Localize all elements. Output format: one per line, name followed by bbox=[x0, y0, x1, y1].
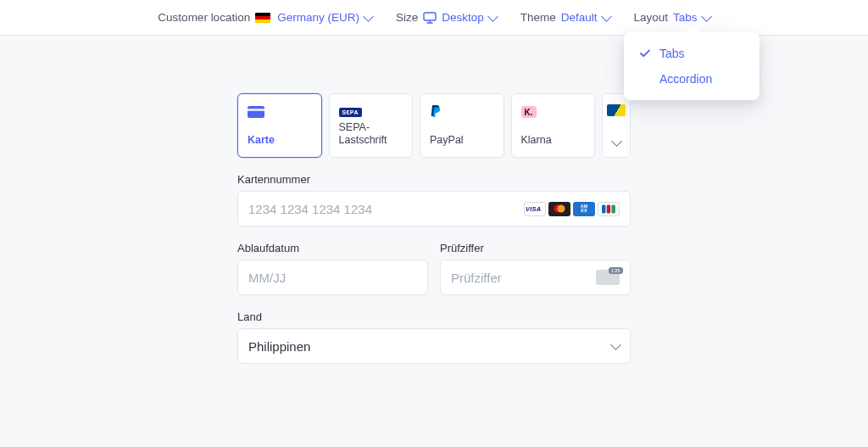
theme-value: Default bbox=[561, 11, 598, 24]
country-value: Philippinen bbox=[248, 339, 612, 354]
svg-rect-7 bbox=[607, 204, 611, 213]
cvc-placeholder: Prüfziffer bbox=[451, 271, 596, 285]
payment-method-tabs: Karte S€PA SEPA-Lastschrift PayPal K. bbox=[237, 93, 631, 158]
chevron-down-icon bbox=[363, 11, 374, 22]
svg-rect-1 bbox=[248, 106, 264, 118]
payment-tab-paypal[interactable]: PayPal bbox=[420, 93, 504, 158]
check-icon bbox=[639, 49, 651, 58]
sepa-icon: S€PA bbox=[339, 104, 403, 120]
germany-flag-icon bbox=[255, 13, 270, 23]
amex-icon: AM EX bbox=[573, 202, 595, 216]
expiry-block: Ablaufdatum MM/JJ bbox=[237, 242, 428, 295]
bancontact-icon bbox=[607, 104, 626, 116]
svg-rect-2 bbox=[248, 109, 264, 111]
size-control[interactable]: Size Desktop bbox=[396, 11, 497, 24]
mastercard-icon bbox=[548, 202, 570, 216]
cvc-label: Prüfziffer bbox=[440, 242, 631, 254]
country-label: Land bbox=[237, 310, 631, 323]
country-select[interactable]: Philippinen bbox=[237, 328, 631, 364]
klarna-icon: K. bbox=[521, 104, 586, 120]
chevron-down-icon bbox=[487, 11, 498, 22]
country-block: Land Philippinen bbox=[237, 310, 631, 364]
payment-tab-label: SEPA-Lastschrift bbox=[339, 121, 403, 148]
layout-value: Tabs bbox=[673, 11, 698, 24]
payment-tab-label: Karte bbox=[248, 134, 312, 148]
payment-tab-label: Klarna bbox=[521, 134, 586, 148]
layout-option-accordion[interactable]: Accordion bbox=[624, 66, 760, 92]
customer-location-label: Customer location bbox=[158, 11, 250, 24]
layout-option-tabs[interactable]: Tabs bbox=[624, 41, 760, 66]
svg-rect-8 bbox=[611, 204, 615, 213]
payment-tab-card[interactable]: Karte bbox=[237, 93, 322, 158]
card-icon bbox=[248, 104, 312, 120]
customer-location-value: Germany (EUR) bbox=[277, 11, 359, 24]
theme-label: Theme bbox=[520, 11, 556, 24]
card-brand-icons: VISA AM EX bbox=[524, 202, 620, 216]
chevron-down-icon bbox=[610, 339, 621, 350]
theme-control[interactable]: Theme Default bbox=[520, 11, 610, 24]
svg-text:VISA: VISA bbox=[526, 205, 541, 212]
payment-tab-klarna[interactable]: K. Klarna bbox=[511, 93, 596, 158]
card-number-label: Kartennummer bbox=[237, 173, 631, 186]
customer-location-control[interactable]: Customer location Germany (EUR) bbox=[158, 11, 372, 24]
card-number-input[interactable]: 1234 1234 1234 1234 VISA AM EX bbox=[237, 191, 631, 226]
config-topbar: Customer location Germany (EUR) Size Des… bbox=[0, 0, 868, 36]
cvc-block: Prüfziffer Prüfziffer bbox=[440, 242, 631, 295]
cvc-card-icon bbox=[596, 270, 620, 285]
card-number-placeholder: 1234 1234 1234 1234 bbox=[248, 202, 524, 216]
layout-option-label: Accordion bbox=[659, 72, 712, 86]
chevron-down-icon bbox=[611, 136, 622, 147]
visa-icon: VISA bbox=[524, 202, 546, 216]
svg-rect-0 bbox=[424, 13, 436, 20]
payment-tab-more[interactable] bbox=[602, 93, 631, 158]
svg-point-5 bbox=[558, 205, 565, 213]
paypal-icon bbox=[430, 104, 494, 120]
svg-rect-6 bbox=[602, 204, 606, 213]
size-label: Size bbox=[396, 11, 418, 24]
layout-label: Layout bbox=[634, 11, 669, 24]
size-value: Desktop bbox=[442, 11, 484, 24]
payment-tab-sepa[interactable]: S€PA SEPA-Lastschrift bbox=[329, 93, 414, 158]
expiry-placeholder: MM/JJ bbox=[248, 271, 417, 285]
chevron-down-icon bbox=[601, 11, 612, 22]
chevron-down-icon bbox=[701, 11, 712, 22]
payment-tab-label: PayPal bbox=[430, 134, 494, 148]
desktop-icon bbox=[423, 12, 437, 24]
card-number-block: Kartennummer 1234 1234 1234 1234 VISA AM… bbox=[237, 173, 631, 226]
layout-option-label: Tabs bbox=[659, 47, 685, 60]
jcb-icon bbox=[598, 202, 620, 216]
cvc-input[interactable]: Prüfziffer bbox=[440, 260, 631, 295]
layout-control[interactable]: Layout Tabs bbox=[634, 11, 710, 24]
expiry-label: Ablaufdatum bbox=[237, 242, 428, 254]
payment-form: Karte S€PA SEPA-Lastschrift PayPal K. bbox=[237, 93, 631, 364]
layout-dropdown: Tabs Accordion bbox=[624, 32, 760, 100]
expiry-input[interactable]: MM/JJ bbox=[237, 260, 428, 295]
